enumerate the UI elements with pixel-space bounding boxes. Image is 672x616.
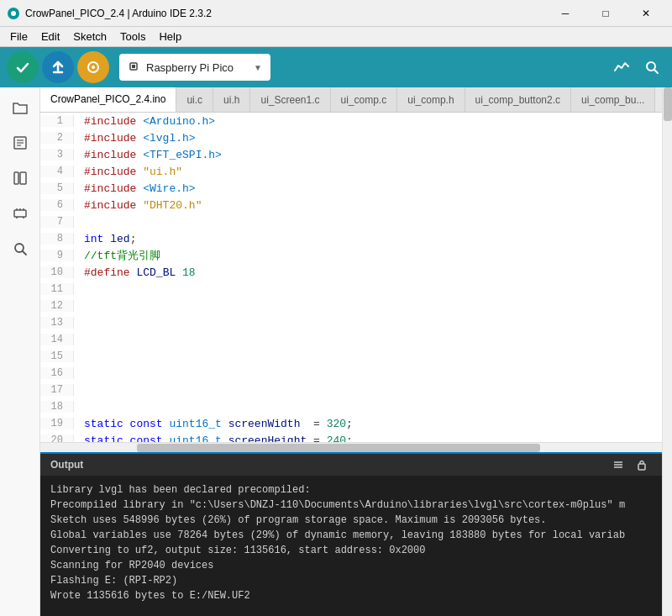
- code-editor[interactable]: 1#include <Arduino.h>2#include <lvgl.h>3…: [40, 113, 662, 442]
- line-number: 12: [40, 300, 74, 312]
- tab-ui-h[interactable]: ui.h: [213, 87, 250, 113]
- menu-sketch[interactable]: Sketch: [66, 27, 113, 47]
- line-number: 11: [40, 283, 74, 295]
- window-title: CrowPanel_PICO_2.4 | Arduino IDE 2.3.2: [25, 8, 546, 19]
- table-row: 4#include "ui.h": [40, 163, 662, 180]
- library-icon: [11, 169, 29, 187]
- table-row: 15: [40, 348, 662, 365]
- sidebar-library-button[interactable]: [3, 161, 37, 195]
- list-item: Library lvgl has been declared precompil…: [50, 482, 652, 498]
- tab-overflow-button[interactable]: »: [655, 87, 662, 112]
- line-number: 5: [40, 182, 74, 194]
- toolbar-right-actions: [608, 54, 665, 81]
- table-row: 20static const uint16_t screenHeight = 2…: [40, 432, 662, 442]
- board-name: Raspberry Pi Pico: [146, 61, 247, 74]
- line-number: 3: [40, 149, 74, 161]
- line-content: #include <TFT_eSPI.h>: [74, 149, 222, 161]
- output-content[interactable]: Library lvgl has been declared precompil…: [40, 476, 662, 616]
- list-item: Flashing E: (RPI-RP2): [50, 573, 652, 588]
- table-row: 2#include <lvgl.h>: [40, 129, 662, 146]
- table-row: 19static const uint16_t screenWidth = 32…: [40, 415, 662, 432]
- debugger-icon: [85, 59, 102, 76]
- line-number: 1: [40, 115, 74, 127]
- table-row: 13: [40, 314, 662, 331]
- tab-ui-comp-overflow[interactable]: ui_comp_bu...: [571, 87, 655, 113]
- table-row: 12: [40, 297, 662, 314]
- svg-rect-15: [20, 172, 26, 184]
- vertical-scrollbar[interactable]: [662, 87, 672, 616]
- folder-icon: [11, 98, 29, 117]
- output-lock-button[interactable]: [632, 455, 652, 475]
- table-row: 16: [40, 365, 662, 382]
- svg-line-23: [23, 251, 26, 255]
- table-row: 18: [40, 398, 662, 415]
- serial-monitor-button[interactable]: [638, 54, 665, 81]
- tab-ui-comp-c[interactable]: ui_comp.c: [331, 87, 398, 113]
- sidebar-files-button[interactable]: [3, 91, 37, 124]
- upload-button[interactable]: [42, 51, 74, 83]
- maximize-button[interactable]: □: [586, 0, 625, 27]
- table-row: 1#include <Arduino.h>: [40, 113, 662, 129]
- line-number: 10: [40, 266, 74, 278]
- minimize-button[interactable]: ─: [546, 0, 585, 27]
- line-content: #include <Arduino.h>: [74, 115, 215, 128]
- title-bar: CrowPanel_PICO_2.4 | Arduino IDE 2.3.2 ─…: [0, 0, 672, 27]
- line-content: #include "ui.h": [74, 166, 182, 178]
- tab-ui-comp-button2[interactable]: ui_comp_button2.c: [465, 87, 571, 113]
- serial-monitor-icon: [643, 59, 660, 76]
- line-content: #define LCD_BL 18: [74, 266, 196, 279]
- toolbar: Raspberry Pi Pico ▼: [0, 47, 672, 87]
- svg-rect-16: [14, 210, 26, 217]
- menu-file[interactable]: File: [3, 27, 34, 47]
- line-number: 9: [40, 250, 74, 261]
- line-content: #include <Wire.h>: [74, 182, 196, 195]
- sidebar-search-button[interactable]: [3, 232, 37, 266]
- svg-line-9: [654, 70, 658, 73]
- board-icon: [128, 61, 139, 75]
- upload-icon: [50, 59, 66, 76]
- menu-edit[interactable]: Edit: [34, 27, 66, 47]
- line-number: 19: [40, 418, 74, 429]
- line-number: 16: [40, 367, 74, 379]
- tab-main-ino[interactable]: CrowPanel_PICO_2.4.ino: [40, 87, 176, 113]
- tab-ui-screen1[interactable]: ui_Screen1.c: [250, 87, 330, 113]
- board-selector[interactable]: Raspberry Pi Pico ▼: [119, 54, 270, 81]
- svg-point-5: [92, 66, 95, 69]
- svg-point-1: [11, 11, 16, 16]
- line-number: 13: [40, 317, 74, 329]
- line-number: 20: [40, 434, 74, 442]
- line-number: 18: [40, 401, 74, 413]
- line-number: 7: [40, 216, 74, 228]
- tab-ui-comp-h[interactable]: ui_comp.h: [397, 87, 465, 113]
- vertical-scrollbar-thumb[interactable]: [664, 87, 672, 121]
- horizontal-scrollbar[interactable]: [40, 442, 662, 452]
- line-number: 8: [40, 233, 74, 245]
- tab-ui-c[interactable]: ui.c: [176, 87, 213, 113]
- table-row: 17: [40, 382, 662, 398]
- list-item: Converting to uf2, output size: 1135616,…: [50, 543, 652, 558]
- list-item: Global variables use 78264 bytes (29%) o…: [50, 528, 652, 543]
- table-row: 3#include <TFT_eSPI.h>: [40, 146, 662, 163]
- verify-button[interactable]: [7, 51, 39, 83]
- line-content: int led;: [74, 233, 136, 245]
- svg-rect-7: [132, 65, 135, 68]
- table-row: 8int led;: [40, 230, 662, 247]
- menu-help[interactable]: Help: [152, 27, 188, 47]
- serial-plotter-button[interactable]: [608, 54, 635, 81]
- menu-bar: File Edit Sketch Tools Help: [0, 27, 672, 47]
- horizontal-scrollbar-thumb[interactable]: [137, 444, 540, 452]
- menu-tools[interactable]: Tools: [113, 27, 152, 47]
- sidebar-sketch-button[interactable]: [3, 126, 37, 160]
- hamburger-icon: [612, 459, 624, 471]
- sketch-icon: [11, 134, 29, 152]
- line-content: #include <lvgl.h>: [74, 132, 196, 145]
- line-number: 2: [40, 132, 74, 144]
- debugger-button[interactable]: [77, 51, 109, 83]
- app-icon: [7, 7, 20, 20]
- close-button[interactable]: ✕: [627, 0, 665, 27]
- output-menu-button[interactable]: [608, 455, 628, 475]
- svg-rect-14: [14, 172, 18, 184]
- sidebar-boards-button[interactable]: [3, 197, 37, 230]
- list-item: Scanning for RP2040 devices: [50, 558, 652, 573]
- table-row: 5#include <Wire.h>: [40, 180, 662, 197]
